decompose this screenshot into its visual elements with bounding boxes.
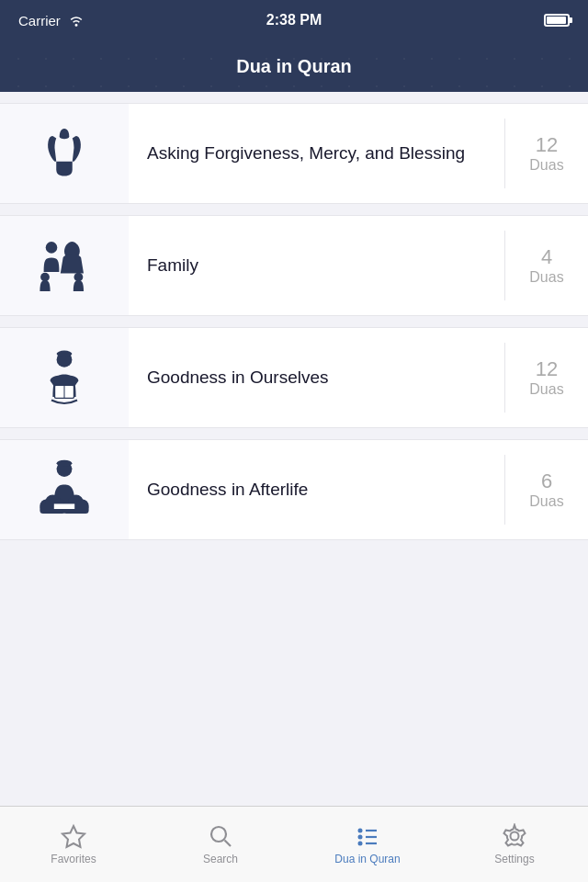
svg-point-23 [358, 829, 363, 833]
count-number: 12 [536, 357, 558, 381]
tab-dua-in-quran[interactable]: Dua in Quran [294, 807, 441, 882]
count-number: 4 [541, 245, 552, 269]
tab-search[interactable]: Search [147, 807, 294, 882]
item-icon-area [0, 328, 129, 427]
person-pray-icon [32, 345, 96, 410]
tab-favorites-label: Favorites [51, 853, 96, 865]
battery-icon [544, 14, 570, 27]
item-icon-area [0, 104, 129, 203]
hands-pray-icon [32, 121, 96, 186]
item-content: Family [129, 240, 504, 292]
svg-point-24 [358, 835, 363, 840]
svg-point-10 [57, 460, 73, 467]
svg-point-6 [57, 351, 73, 357]
count-number: 12 [536, 133, 558, 157]
person-afterlife-icon [32, 458, 96, 522]
list-icon [355, 823, 380, 849]
header-title: Dua in Quran [236, 56, 352, 77]
item-count: 12 Duas [505, 343, 588, 413]
svg-point-3 [40, 273, 50, 282]
star-icon [61, 823, 86, 849]
tab-favorites[interactable]: Favorites [0, 807, 147, 882]
svg-marker-20 [62, 826, 85, 847]
svg-point-21 [211, 827, 226, 842]
tab-dua-label: Dua in Quran [334, 853, 400, 865]
category-list: Asking Forgiveness, Mercy, and Blessing … [0, 92, 588, 806]
tab-bar: Favorites Search Dua in Quran Settings [0, 806, 588, 882]
item-title: Family [147, 254, 198, 277]
tab-settings-label: Settings [494, 853, 534, 865]
count-label: Duas [529, 381, 563, 398]
list-item[interactable]: Goodness in Afterlife 6 Duas [0, 439, 588, 540]
app-header: Dua in Quran [0, 40, 588, 92]
item-title: Goodness in Afterlife [147, 479, 308, 502]
tab-search-label: Search [203, 853, 238, 865]
svg-rect-19 [54, 503, 74, 509]
item-content: Goodness in Afterlife [129, 464, 504, 516]
tab-settings[interactable]: Settings [441, 807, 588, 882]
item-title: Goodness in Ourselves [147, 367, 329, 390]
list-item[interactable]: Asking Forgiveness, Mercy, and Blessing … [0, 103, 588, 204]
svg-point-29 [511, 832, 519, 841]
item-icon-area [0, 440, 129, 539]
count-number: 6 [541, 469, 552, 493]
svg-line-22 [225, 841, 232, 847]
gear-icon [502, 823, 527, 849]
status-bar: Carrier 2:38 PM [0, 0, 588, 40]
status-time: 2:38 PM [266, 12, 322, 28]
svg-point-4 [74, 273, 84, 282]
item-count: 4 Duas [505, 231, 588, 300]
item-count: 6 Duas [505, 455, 588, 525]
svg-point-1 [46, 242, 58, 254]
search-icon [208, 823, 233, 849]
item-title: Asking Forgiveness, Mercy, and Blessing [147, 142, 465, 165]
item-icon-area [0, 216, 129, 315]
item-count: 12 Duas [505, 119, 588, 188]
list-item[interactable]: Family 4 Duas [0, 215, 588, 316]
count-label: Duas [529, 493, 563, 510]
item-content: Goodness in Ourselves [129, 352, 504, 404]
svg-point-25 [358, 842, 363, 846]
family-icon [32, 233, 96, 298]
count-label: Duas [529, 157, 563, 174]
count-label: Duas [529, 269, 563, 286]
list-item[interactable]: Goodness in Ourselves 12 Duas [0, 327, 588, 428]
item-content: Asking Forgiveness, Mercy, and Blessing [129, 128, 504, 180]
status-left: Carrier [18, 13, 85, 28]
wifi-icon [68, 14, 85, 27]
carrier-label: Carrier [18, 13, 61, 28]
